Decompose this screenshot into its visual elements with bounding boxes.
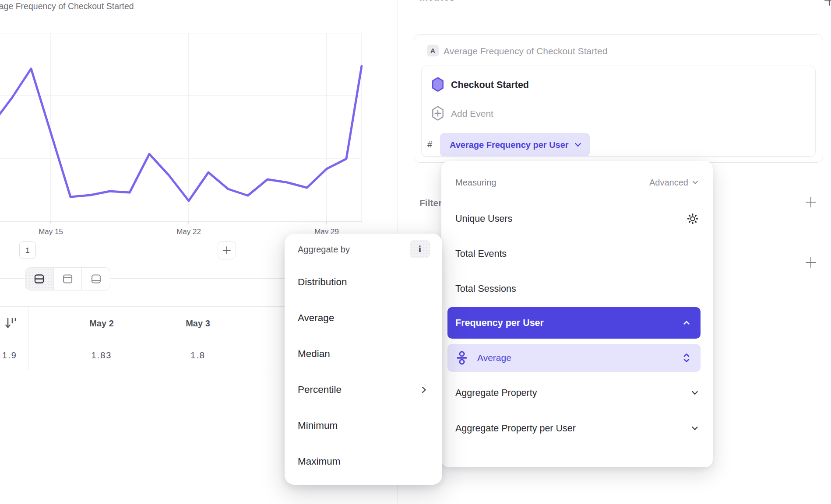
- chevron-down-icon: [574, 142, 582, 148]
- add-segment-button[interactable]: [218, 241, 236, 259]
- average-divide-icon: [456, 351, 468, 365]
- measuring-mode-selector[interactable]: Advanced: [649, 178, 699, 188]
- menu-item-aggregate-property-per-user[interactable]: Aggregate Property per User: [455, 419, 699, 438]
- chart-data-line: [0, 66, 362, 201]
- info-button[interactable]: i: [410, 240, 430, 258]
- numeric-operator-symbol: #: [427, 139, 432, 150]
- sort-descending-icon: [4, 316, 18, 331]
- add-event-icon[interactable]: [431, 106, 444, 121]
- chevron-down-icon: [691, 390, 699, 396]
- filter-section-label: Filter: [419, 197, 442, 209]
- add-event-button[interactable]: Add Event: [451, 108, 493, 120]
- top-panel-icon: [62, 273, 74, 285]
- plus-icon: [804, 256, 817, 269]
- menu-item-aggregate-property[interactable]: Aggregate Property: [455, 384, 699, 402]
- measuring-label: Measuring: [455, 178, 496, 188]
- bottom-panel-icon: [90, 273, 102, 285]
- table-cell: 1.83: [92, 350, 112, 361]
- table-cell: 1.9: [2, 350, 17, 361]
- chevron-down-icon: [692, 180, 699, 185]
- table-header-may3[interactable]: May 3: [186, 318, 210, 329]
- view-toggle: [25, 267, 110, 290]
- add-breakdown-button[interactable]: [804, 256, 818, 270]
- metric-name-field[interactable]: Average Frequency of Checkout Started: [444, 45, 607, 57]
- view-toggle-top-panel[interactable]: [53, 268, 82, 290]
- chevron-up-icon: [682, 320, 691, 326]
- add-metric-button[interactable]: [823, 0, 831, 7]
- gear-icon[interactable]: [687, 213, 699, 225]
- metrics-section-title: Metrics: [419, 0, 455, 3]
- aggregate-option-minimum[interactable]: Minimum: [298, 416, 427, 435]
- x-axis-label: May 22: [176, 227, 201, 237]
- aggregate-option-average[interactable]: Average: [298, 309, 427, 327]
- menu-item-total-events[interactable]: Total Events: [455, 245, 699, 263]
- table-col-divider: [28, 306, 28, 370]
- event-hexagon-icon: [431, 77, 444, 92]
- aggregate-option-distribution[interactable]: Distribution: [298, 273, 427, 291]
- menu-item-average-sub-option[interactable]: Average: [447, 344, 701, 372]
- menu-item-frequency-per-user-selected[interactable]: Frequency per User: [447, 307, 701, 339]
- line-chart: [0, 33, 363, 225]
- info-icon: i: [419, 244, 421, 255]
- plus-icon: [222, 245, 232, 255]
- aggregate-option-percentile[interactable]: Percentile: [298, 381, 427, 399]
- table-cell: 1.8: [190, 350, 205, 361]
- aggregate-option-median[interactable]: Median: [298, 345, 427, 363]
- app-window: Average Frequency of Checkout Started Ma…: [0, 0, 831, 504]
- event-name[interactable]: Checkout Started: [451, 79, 529, 91]
- table-header-may2[interactable]: May 2: [89, 318, 114, 329]
- measuring-mode-label: Advanced: [649, 178, 688, 188]
- chevron-down-icon: [691, 425, 699, 431]
- plus-icon: [823, 0, 831, 7]
- aggregate-by-title: Aggregate by: [298, 243, 350, 256]
- aggregate-option-maximum[interactable]: Maximum: [298, 452, 427, 471]
- split-rows-icon: [33, 273, 45, 285]
- chart-title: Average Frequency of Checkout Started: [0, 0, 134, 12]
- view-toggle-split-rows[interactable]: [25, 268, 53, 290]
- chevron-right-icon: [421, 385, 427, 394]
- sort-button[interactable]: [4, 316, 18, 331]
- interval-input[interactable]: 1: [19, 242, 36, 259]
- view-toggle-bottom-panel[interactable]: [81, 268, 110, 290]
- measuring-menu-header: Measuring Advanced: [455, 173, 699, 192]
- menu-item-unique-users[interactable]: Unique Users: [455, 210, 699, 228]
- add-filter-button[interactable]: [804, 195, 818, 209]
- x-axis-label: May 15: [39, 227, 63, 237]
- measurement-label: Average Frequency per User: [450, 140, 569, 150]
- chart-title-clip: Average Frequency of Checkout Started: [0, 0, 324, 14]
- metric-badge: A: [427, 45, 439, 56]
- measurement-selector[interactable]: Average Frequency per User: [440, 133, 590, 157]
- plus-icon: [804, 196, 817, 209]
- menu-item-total-sessions[interactable]: Total Sessions: [455, 280, 699, 298]
- up-down-selector-icon: [682, 353, 691, 363]
